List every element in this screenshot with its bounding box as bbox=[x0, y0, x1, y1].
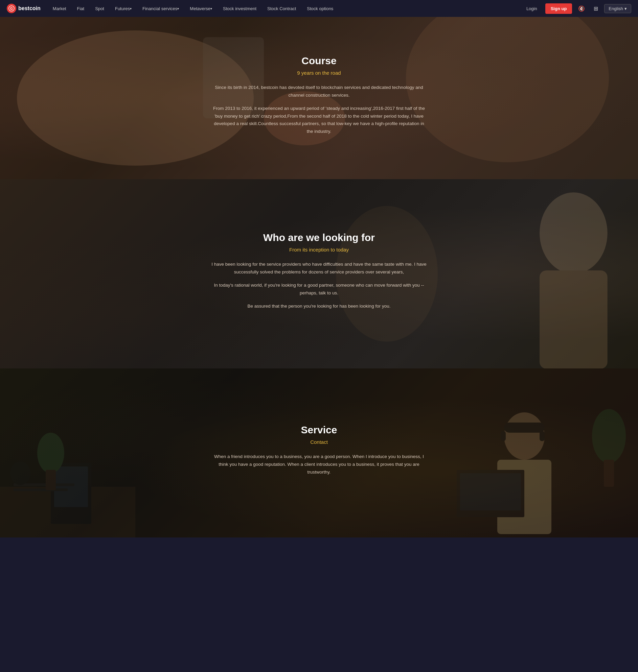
login-button[interactable]: Login bbox=[522, 4, 542, 13]
chevron-down-icon: ▾ bbox=[624, 6, 627, 11]
brand-icon: G bbox=[7, 4, 16, 13]
nav-right: Login Sign up 🔇 ⊞ English ▾ bbox=[522, 3, 631, 14]
nav-financial-services[interactable]: Financial services bbox=[137, 0, 184, 17]
who-content: Who are we looking for From its inceptio… bbox=[204, 212, 434, 336]
svg-text:G: G bbox=[10, 7, 13, 11]
svg-rect-18 bbox=[540, 431, 544, 441]
svg-rect-23 bbox=[46, 470, 56, 490]
grid-icon[interactable]: ⊞ bbox=[591, 4, 601, 13]
svg-rect-13 bbox=[14, 488, 68, 491]
svg-rect-11 bbox=[54, 466, 88, 507]
brand-name: bestcoin bbox=[18, 5, 40, 12]
svg-rect-21 bbox=[604, 460, 614, 487]
language-label: English bbox=[608, 6, 623, 11]
service-paragraph1: When a friend introduces you to a busine… bbox=[211, 453, 427, 476]
svg-point-22 bbox=[37, 433, 64, 473]
service-section: Service Contact When a friend introduces… bbox=[0, 368, 638, 537]
nav-market[interactable]: Market bbox=[47, 0, 72, 17]
nav-fiat[interactable]: Fiat bbox=[72, 0, 90, 17]
course-paragraph1: Since its birth in 2014, bestcoin has de… bbox=[211, 84, 427, 99]
svg-rect-16 bbox=[504, 423, 544, 433]
service-title: Service bbox=[211, 424, 427, 436]
who-paragraph2: In today's rational world, if you're loo… bbox=[211, 281, 427, 297]
svg-point-6 bbox=[540, 192, 607, 274]
who-title: Who are we looking for bbox=[211, 232, 427, 243]
course-content: Course 9 years on the road Since its bir… bbox=[204, 35, 434, 161]
svg-rect-17 bbox=[501, 431, 506, 441]
course-paragraph2: From 2013 to 2016, it experienced an upw… bbox=[211, 105, 427, 136]
brand-logo[interactable]: G bestcoin bbox=[7, 4, 40, 13]
nav-stock-contract[interactable]: Stock Contract bbox=[262, 0, 301, 17]
nav-stock-options[interactable]: Stock options bbox=[301, 0, 339, 17]
nav-stock-investment[interactable]: Stock investment bbox=[218, 0, 262, 17]
who-section: Who are we looking for From its inceptio… bbox=[0, 179, 638, 368]
navbar: G bestcoin Market Fiat Spot Futures Fina… bbox=[0, 0, 638, 17]
svg-point-20 bbox=[592, 409, 626, 463]
sound-icon[interactable]: 🔇 bbox=[575, 4, 588, 13]
who-paragraph3: Be assured that the person you're lookin… bbox=[211, 303, 427, 310]
nav-futures[interactable]: Futures bbox=[110, 0, 137, 17]
nav-metaverse[interactable]: Metaverse bbox=[184, 0, 218, 17]
course-title: Course bbox=[211, 55, 427, 67]
svg-point-3 bbox=[406, 17, 609, 162]
course-section: Course 9 years on the road Since its bir… bbox=[0, 17, 638, 179]
language-selector[interactable]: English ▾ bbox=[604, 4, 631, 13]
who-subtitle: From its inception to today bbox=[211, 247, 427, 253]
signup-button[interactable]: Sign up bbox=[545, 3, 572, 14]
nav-spot[interactable]: Spot bbox=[90, 0, 110, 17]
svg-rect-25 bbox=[460, 473, 521, 511]
course-subtitle: 9 years on the road bbox=[211, 70, 427, 76]
svg-point-14 bbox=[10, 461, 31, 485]
service-content: Service Contact When a friend introduces… bbox=[204, 404, 434, 502]
nav-items: Market Fiat Spot Futures Financial servi… bbox=[47, 0, 522, 17]
svg-rect-7 bbox=[540, 271, 607, 368]
svg-point-15 bbox=[504, 412, 544, 460]
service-subtitle: Contact bbox=[211, 439, 427, 445]
who-paragraph1: I have been looking for the service prov… bbox=[211, 261, 427, 276]
